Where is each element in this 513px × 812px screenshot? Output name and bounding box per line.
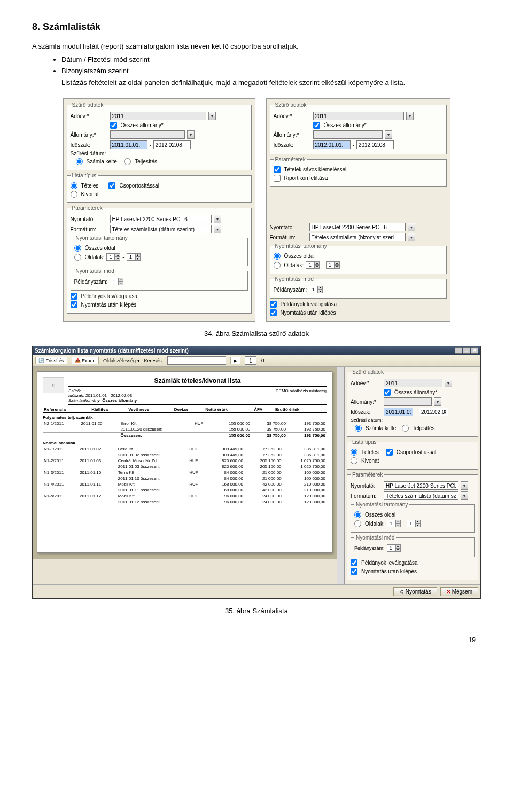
export-button[interactable]: 📤 Export: [72, 357, 99, 364]
osszes-allomany-checkbox[interactable]: [110, 122, 117, 129]
dropdown-icon[interactable]: ▾: [208, 112, 216, 120]
adoev-input[interactable]: [110, 112, 206, 120]
adoev-label: Adóév:*: [71, 113, 108, 119]
osszes-allomany-checkbox[interactable]: [313, 122, 320, 129]
page-to-spinner[interactable]: ▴▾: [326, 261, 340, 269]
nyomtatas-utan-checkbox[interactable]: [270, 309, 277, 316]
dropdown-icon[interactable]: ▾: [408, 233, 415, 241]
idoszak-to-input[interactable]: [419, 408, 448, 416]
idoszak-from-input[interactable]: [313, 140, 351, 149]
nyomtato-input[interactable]: [110, 215, 212, 223]
teteles-radio[interactable]: [351, 449, 357, 456]
close-icon[interactable]: ✕: [471, 347, 478, 354]
peldanyok-lev-checkbox[interactable]: [270, 301, 277, 308]
group-label: Nyomtatási mód: [274, 276, 315, 282]
osszes-allomany-checkbox[interactable]: [384, 389, 391, 396]
dropdown-icon[interactable]: ▾: [187, 130, 195, 139]
page-from-spinner[interactable]: ▴▾: [106, 253, 120, 261]
nyomtato-input[interactable]: [384, 481, 458, 490]
group-label: Nyomtatási tartomány: [74, 235, 129, 241]
report-preview-area[interactable]: ◐ Számlák tételes/kivonat lista Szűrő: I…: [33, 367, 337, 559]
page-from-spinner[interactable]: ▴▾: [306, 261, 320, 269]
formatum-input[interactable]: [110, 225, 212, 233]
vertical-scrollbar[interactable]: [337, 367, 344, 584]
peldanyok-lev-checkbox[interactable]: [351, 559, 357, 566]
printer-icon: [399, 589, 404, 595]
osszes-oldal-radio[interactable]: [74, 245, 81, 252]
teteles-radio[interactable]: [71, 182, 77, 189]
page-number-input[interactable]: [245, 356, 256, 365]
dropdown-icon[interactable]: ▾: [406, 112, 414, 120]
print-button[interactable]: Nyomtatás: [393, 587, 437, 596]
nyomtato-input[interactable]: [309, 223, 406, 231]
idoszak-from-input[interactable]: [110, 140, 147, 149]
teljesites-radio[interactable]: [402, 425, 409, 432]
adoev-input[interactable]: [384, 379, 442, 387]
allomany-label: Állomány:*: [71, 132, 108, 138]
osszes-oldal-radio[interactable]: [274, 253, 281, 260]
szamla-kelte-radio[interactable]: [355, 425, 362, 432]
oldalak-label: Oldalak:: [284, 262, 304, 268]
kivonat-label: Kivonat: [81, 191, 99, 197]
peldanyszam-spinner[interactable]: ▴▾: [387, 544, 401, 552]
filter-panel-right: Szűrő adatok Adóév:* ▾ Összes állomány* …: [266, 98, 450, 322]
search-go-button[interactable]: ▶: [230, 357, 240, 364]
riport-letilt-checkbox[interactable]: [274, 175, 281, 182]
window-titlebar[interactable]: Számlaforgalom lista nyomtatás (dátum/fi…: [33, 346, 480, 355]
dropdown-icon[interactable]: ▾: [445, 379, 452, 387]
oldalak-radio[interactable]: [354, 520, 361, 527]
nyomtatas-utan-checkbox[interactable]: [71, 301, 77, 308]
idoszak-to-input[interactable]: [153, 140, 191, 149]
demo-label: DEMO adatbázis mintacég: [276, 388, 327, 403]
page-to-spinner[interactable]: ▴▾: [127, 253, 141, 261]
peldanyok-lev-checkbox[interactable]: [71, 293, 77, 300]
kivonat-radio[interactable]: [71, 191, 77, 198]
csoportositas-checkbox[interactable]: [386, 449, 393, 456]
allomany-input[interactable]: [384, 397, 432, 406]
teljesites-radio[interactable]: [124, 158, 131, 165]
idoszak-to-input[interactable]: [356, 140, 394, 149]
idoszak-from-input[interactable]: [384, 408, 413, 416]
minimize-icon[interactable]: _: [455, 347, 462, 354]
tetel-savos-label: Tételek sávos kiemeléssel: [284, 167, 347, 173]
dropdown-icon[interactable]: ▾: [385, 130, 392, 139]
cancel-button[interactable]: ✕Mégsem: [440, 587, 478, 596]
dropdown-icon[interactable]: ▾: [461, 491, 468, 500]
figure-caption-34: 34. ábra Számlalista szűrő adatok: [32, 330, 481, 338]
tetel-savos-checkbox[interactable]: [274, 166, 281, 173]
page-from-spinner[interactable]: ▴▾: [387, 520, 401, 527]
dropdown-icon[interactable]: ▾: [461, 481, 468, 490]
adoev-input[interactable]: [313, 112, 404, 120]
group-label: Paraméterek: [71, 205, 104, 211]
oldalak-radio[interactable]: [274, 262, 281, 269]
formatum-input[interactable]: [384, 491, 458, 500]
dropdown-icon[interactable]: ▾: [434, 397, 441, 406]
search-input[interactable]: [167, 356, 226, 365]
allomany-input[interactable]: [110, 130, 185, 139]
figure-caption-35: 35. ábra Számlalista: [32, 607, 481, 615]
page-to-spinner[interactable]: ▴▾: [407, 520, 421, 527]
kivonat-radio[interactable]: [351, 457, 357, 464]
formatum-input[interactable]: [309, 233, 406, 241]
print-preview-window: Számlaforgalom lista nyomtatás (dátum/fi…: [32, 346, 481, 599]
peldanyszam-label: Példányszám:: [74, 279, 108, 285]
oldalszel-label[interactable]: Oldalszélesség ▾: [103, 358, 140, 363]
dash: -: [322, 262, 323, 268]
report-page: ◐ Számlák tételes/kivonat lista Szűrő: I…: [37, 371, 332, 553]
refresh-button[interactable]: 🔄 Frissítés: [35, 357, 67, 364]
nyomtatas-utan-checkbox[interactable]: [351, 568, 357, 575]
szamla-kelte-radio[interactable]: [76, 158, 83, 165]
riport-letilt-label: Riportikon letiltása: [284, 175, 328, 181]
csoportositas-checkbox[interactable]: [108, 182, 115, 189]
dropdown-icon[interactable]: ▾: [408, 223, 415, 231]
side-filter-panel: Szűrő adatok Adóév:*▾ Összes állomány* Á…: [344, 367, 480, 584]
dropdown-icon[interactable]: ▾: [214, 225, 221, 233]
peldanyszam-spinner[interactable]: ▴▾: [110, 278, 123, 285]
oldalak-radio[interactable]: [74, 254, 81, 261]
maximize-icon[interactable]: □: [463, 347, 470, 354]
peldanyszam-spinner[interactable]: ▴▾: [309, 286, 323, 293]
allomany-input[interactable]: [313, 130, 383, 139]
dropdown-icon[interactable]: ▾: [214, 215, 221, 223]
peldanyok-lev-label: Példányok leválogatása: [81, 293, 138, 299]
osszes-oldal-radio[interactable]: [354, 511, 361, 518]
